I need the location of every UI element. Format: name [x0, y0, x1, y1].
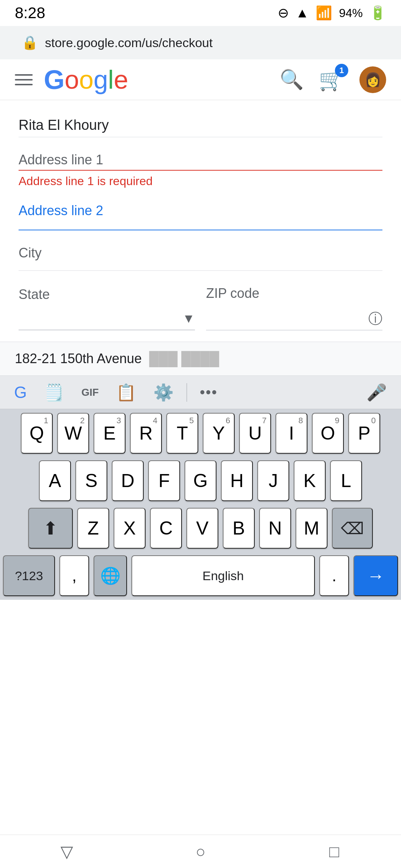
- globe-icon: 🌐: [100, 566, 121, 585]
- zip-label: ZIP code: [206, 286, 382, 301]
- backspace-key[interactable]: ⌫: [332, 508, 373, 549]
- address-line2-field[interactable]: Address line 2: [19, 203, 382, 230]
- cart-container[interactable]: 🛒 1: [319, 68, 345, 92]
- key-O[interactable]: 9O: [312, 413, 344, 454]
- key-L[interactable]: L: [330, 460, 362, 501]
- name-input[interactable]: [19, 111, 382, 137]
- shift-key[interactable]: ⬆: [28, 508, 73, 549]
- lock-icon: 🔒: [22, 35, 38, 50]
- recent-button[interactable]: □: [267, 842, 401, 861]
- key-row-3: ⬆ZXCVBNM⌫: [3, 508, 398, 549]
- key-num: 3: [117, 416, 121, 425]
- state-select[interactable]: ▼: [19, 305, 195, 330]
- key-I[interactable]: 8I: [276, 413, 307, 454]
- key-D[interactable]: D: [112, 460, 144, 501]
- key-num: 9: [335, 416, 339, 425]
- key-Z[interactable]: Z: [77, 508, 109, 549]
- space-label: English: [202, 569, 244, 583]
- bottom-nav: ▽ ○ □: [0, 835, 401, 868]
- state-dropdown-arrow: ▼: [182, 311, 195, 326]
- nav-bar: G oogle 🔍 🛒 1 👩: [0, 59, 401, 100]
- enter-key[interactable]: →: [353, 555, 398, 596]
- key-U[interactable]: 7U: [239, 413, 271, 454]
- key-X[interactable]: X: [114, 508, 146, 549]
- home-button[interactable]: ○: [134, 842, 267, 861]
- back-button[interactable]: ▽: [0, 842, 134, 861]
- google-oogle: oogle: [65, 65, 128, 95]
- hamburger-line: [15, 74, 33, 76]
- comma-key[interactable]: ,: [59, 555, 89, 596]
- num-key[interactable]: ?123: [3, 555, 55, 596]
- zip-info-icon[interactable]: ⓘ: [368, 309, 382, 328]
- url-text: store.google.com/us/checkout: [45, 36, 213, 50]
- autocomplete-text: 182-21 150th Avenue: [15, 351, 142, 366]
- key-S[interactable]: S: [75, 460, 107, 501]
- key-K[interactable]: K: [294, 460, 326, 501]
- key-num: 0: [371, 416, 376, 425]
- address-line2-label: Address line 2: [19, 203, 382, 218]
- battery-icon: 🔋: [369, 5, 386, 21]
- key-num: 4: [153, 416, 157, 425]
- google-logo[interactable]: G oogle: [44, 65, 128, 95]
- keyboard-rows: 1Q2W3E4R5T6Y7U8I9O0P ASDFGHJKL ⬆ZXCVBNM⌫…: [0, 409, 401, 600]
- key-num: 2: [80, 416, 85, 425]
- city-field[interactable]: City: [19, 245, 382, 271]
- key-T[interactable]: 5T: [166, 413, 198, 454]
- key-P[interactable]: 0P: [348, 413, 380, 454]
- key-G[interactable]: G: [185, 460, 216, 501]
- key-J[interactable]: J: [257, 460, 289, 501]
- sticker-btn[interactable]: 🗒️: [37, 380, 71, 405]
- globe-key[interactable]: 🌐: [94, 555, 127, 596]
- key-E[interactable]: 3E: [94, 413, 125, 454]
- key-H[interactable]: H: [221, 460, 253, 501]
- mic-btn[interactable]: 🎤: [360, 380, 394, 405]
- hamburger-menu[interactable]: [15, 74, 33, 85]
- period-key[interactable]: .: [319, 555, 349, 596]
- more-btn[interactable]: •••: [193, 381, 224, 404]
- key-Q[interactable]: 1Q: [21, 413, 53, 454]
- key-B[interactable]: B: [223, 508, 255, 549]
- zip-input[interactable]: [206, 303, 382, 331]
- battery-text: 94%: [339, 6, 363, 20]
- key-R[interactable]: 4R: [130, 413, 162, 454]
- space-key[interactable]: English: [131, 555, 315, 596]
- backspace-icon: ⌫: [341, 519, 364, 538]
- key-M[interactable]: M: [296, 508, 327, 549]
- clipboard-btn[interactable]: 📋: [109, 380, 143, 405]
- key-Y[interactable]: 6Y: [203, 413, 235, 454]
- settings-btn[interactable]: ⚙️: [147, 380, 180, 405]
- gif-btn[interactable]: GIF: [75, 384, 105, 401]
- key-A[interactable]: A: [39, 460, 71, 501]
- toolbar-divider: [186, 383, 187, 402]
- city-label: City: [19, 245, 382, 261]
- address-line1-label: Address line 1: [19, 152, 382, 168]
- key-F[interactable]: F: [148, 460, 180, 501]
- key-N[interactable]: N: [259, 508, 291, 549]
- city-field-group: City: [19, 245, 382, 271]
- shift-icon: ⬆: [43, 518, 58, 539]
- name-field[interactable]: [19, 111, 382, 137]
- key-num: 5: [189, 416, 194, 425]
- user-avatar[interactable]: 👩: [359, 66, 386, 93]
- address-line1-error: Address line 1 is required: [19, 174, 382, 188]
- autocomplete-bar[interactable]: 182-21 150th Avenue ███ ████: [0, 342, 401, 376]
- url-bar[interactable]: 🔒 store.google.com/us/checkout: [11, 29, 390, 56]
- status-icons: ⊖ ▲ 📶 94% 🔋: [278, 5, 386, 21]
- key-num: 1: [44, 416, 48, 425]
- wifi-icon: ▲: [296, 5, 309, 21]
- google-keyboard-btn[interactable]: G: [7, 380, 33, 405]
- browser-address-bar[interactable]: 🔒 store.google.com/us/checkout: [0, 26, 401, 59]
- nav-right: 🔍 🛒 1 👩: [280, 66, 386, 93]
- key-W[interactable]: 2W: [57, 413, 89, 454]
- address-line1-field[interactable]: Address line 1 Address line 1 is require…: [19, 152, 382, 188]
- state-zip-row: State ▼ ZIP code ⓘ: [19, 286, 382, 331]
- hamburger-line: [15, 79, 33, 80]
- key-V[interactable]: V: [186, 508, 218, 549]
- key-C[interactable]: C: [150, 508, 182, 549]
- search-icon[interactable]: 🔍: [280, 68, 304, 91]
- status-bar: 8:28 ⊖ ▲ 📶 94% 🔋: [0, 0, 401, 26]
- state-col: State ▼: [19, 287, 195, 331]
- nav-left: G oogle: [15, 65, 128, 95]
- state-label: State: [19, 287, 195, 302]
- keyboard-toolbar: G 🗒️ GIF 📋 ⚙️ ••• 🎤: [0, 376, 401, 409]
